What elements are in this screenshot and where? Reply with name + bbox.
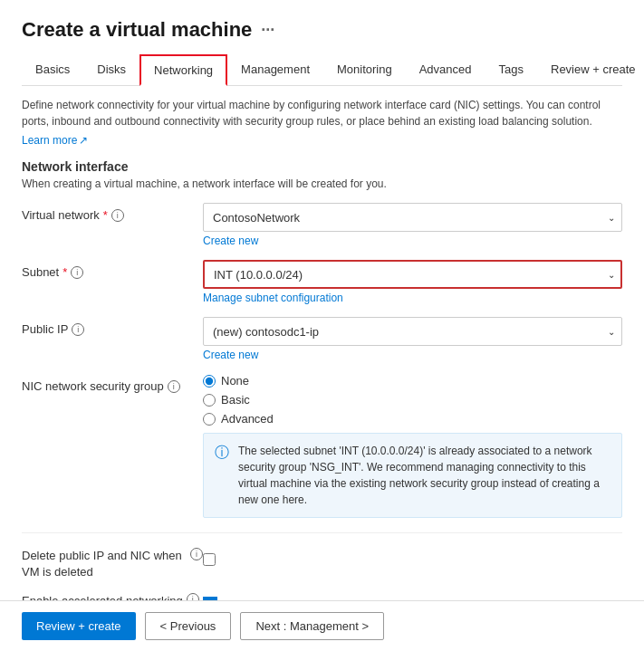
virtual-network-label: Virtual network * i xyxy=(22,203,203,222)
create-new-ip-link[interactable]: Create new xyxy=(203,349,258,361)
delete-public-ip-label: Delete public IP and NIC when VM is dele… xyxy=(22,548,203,580)
public-ip-label: Public IP i xyxy=(22,317,203,336)
footer: Review + create < Previous Next : Manage… xyxy=(0,600,644,651)
delete-public-ip-checkbox[interactable] xyxy=(203,553,216,566)
radio-advanced-input[interactable] xyxy=(203,413,216,426)
radio-none-label: None xyxy=(221,374,249,388)
subnet-select[interactable]: INT (10.0.0.0/24) xyxy=(203,260,622,289)
learn-more-link[interactable]: Learn more ↗ xyxy=(22,134,88,147)
info-circle-icon: ⓘ xyxy=(215,444,229,508)
radio-basic-item[interactable]: Basic xyxy=(203,393,622,407)
info-box: ⓘ The selected subnet 'INT (10.0.0.0/24)… xyxy=(203,433,622,518)
divider xyxy=(22,532,622,533)
previous-button[interactable]: < Previous xyxy=(145,612,232,640)
review-create-button[interactable]: Review + create xyxy=(22,612,136,640)
delete-ip-info-icon[interactable]: i xyxy=(190,548,203,560)
tab-monitoring[interactable]: Monitoring xyxy=(323,54,406,86)
nic-nsg-row: NIC network security group i None Basic xyxy=(22,374,622,518)
public-ip-select[interactable]: (new) contosodc1-ip xyxy=(203,317,622,346)
tab-tags[interactable]: Tags xyxy=(485,54,537,86)
virtual-network-info-icon[interactable]: i xyxy=(111,209,124,222)
public-ip-control: (new) contosodc1-ip ⌄ Create new xyxy=(203,317,622,361)
info-box-text: The selected subnet 'INT (10.0.0.0/24)' … xyxy=(238,443,610,508)
radio-advanced-label: Advanced xyxy=(221,412,274,426)
radio-advanced-item[interactable]: Advanced xyxy=(203,412,622,426)
tab-networking[interactable]: Networking xyxy=(139,54,227,86)
nic-nsg-info-icon[interactable]: i xyxy=(168,380,180,393)
tab-basics[interactable]: Basics xyxy=(22,54,83,86)
nic-nsg-control: None Basic Advanced ⓘ The selected subne… xyxy=(203,374,622,518)
subnet-label: Subnet * i xyxy=(22,260,203,279)
radio-basic-input[interactable] xyxy=(203,394,216,407)
tab-management[interactable]: Management xyxy=(227,54,323,86)
title-options-icon[interactable]: ··· xyxy=(261,21,274,40)
next-button[interactable]: Next : Management > xyxy=(240,612,384,640)
page-title: Create a virtual machine xyxy=(22,18,252,42)
tab-review-create[interactable]: Review + create xyxy=(537,54,644,86)
virtual-network-control: ContosoNetwork ⌄ Create new xyxy=(203,203,622,247)
public-ip-row: Public IP i (new) contosodc1-ip ⌄ Create… xyxy=(22,317,622,361)
subnet-row: Subnet * i INT (10.0.0.0/24) ⌄ Manage su… xyxy=(22,260,622,304)
section-description: When creating a virtual machine, a netwo… xyxy=(22,177,622,190)
virtual-network-select[interactable]: ContosoNetwork xyxy=(203,203,622,232)
subnet-control: INT (10.0.0.0/24) ⌄ Manage subnet config… xyxy=(203,260,622,304)
virtual-network-row: Virtual network * i ContosoNetwork ⌄ Cre… xyxy=(22,203,622,247)
radio-basic-label: Basic xyxy=(221,393,250,407)
required-marker: * xyxy=(103,208,108,222)
radio-none-input[interactable] xyxy=(203,375,216,388)
tab-advanced[interactable]: Advanced xyxy=(406,54,485,86)
subnet-info-icon[interactable]: i xyxy=(71,266,83,279)
nic-nsg-label: NIC network security group i xyxy=(22,374,203,393)
manage-subnet-link[interactable]: Manage subnet configuration xyxy=(203,292,343,304)
radio-none-item[interactable]: None xyxy=(203,374,622,388)
required-marker-subnet: * xyxy=(62,265,67,279)
delete-public-ip-row: Delete public IP and NIC when VM is dele… xyxy=(22,548,622,580)
tab-bar: Basics Disks Networking Management Monit… xyxy=(22,54,622,86)
create-new-vnet-link[interactable]: Create new xyxy=(203,235,258,247)
page-description: Define network connectivity for your vir… xyxy=(22,97,622,129)
public-ip-info-icon[interactable]: i xyxy=(72,323,84,336)
section-title-network-interface: Network interface xyxy=(22,159,622,174)
external-link-icon: ↗ xyxy=(79,134,88,147)
tab-disks[interactable]: Disks xyxy=(83,54,139,86)
nsg-radio-group: None Basic Advanced xyxy=(203,374,622,426)
